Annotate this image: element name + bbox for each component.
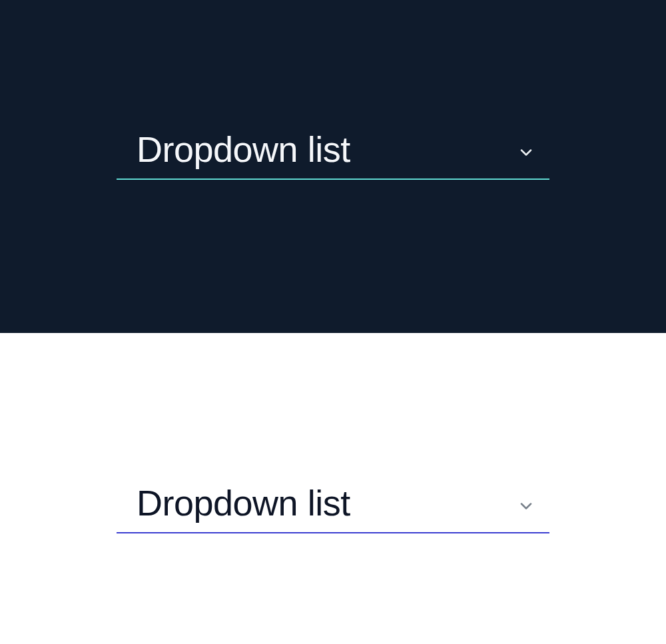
light-theme-panel: Dropdown list: [0, 333, 666, 644]
theme-comparison-container: Dropdown list Dropdown list: [0, 0, 666, 644]
dark-theme-panel: Dropdown list: [0, 0, 666, 333]
dropdown-light[interactable]: Dropdown list: [117, 483, 549, 533]
chevron-down-icon: [516, 143, 536, 162]
dropdown-dark-label: Dropdown list: [137, 130, 350, 169]
dropdown-dark[interactable]: Dropdown list: [117, 130, 549, 180]
dropdown-light-label: Dropdown list: [137, 483, 350, 523]
chevron-down-icon: [516, 496, 536, 516]
